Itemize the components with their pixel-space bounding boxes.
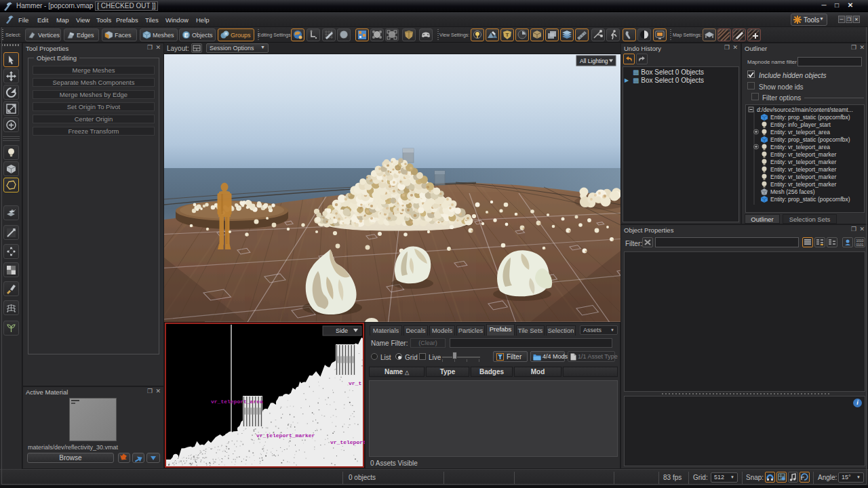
svg-text:Entity: vr_teleport_area: Entity: vr_teleport_area <box>770 144 830 150</box>
svg-text:Entity: vr_teleport_marker: Entity: vr_teleport_marker <box>770 166 836 173</box>
svg-text:Entity: info_player_start: Entity: info_player_start <box>770 121 831 128</box>
svg-text:All Lighting: All Lighting <box>580 58 608 64</box>
svg-text:Side: Side <box>336 327 348 334</box>
svg-text:Entity: vr_teleport_marker: Entity: vr_teleport_marker <box>770 159 836 165</box>
svg-text:Entity: vr_teleport_marker: Entity: vr_teleport_marker <box>770 174 836 180</box>
svg-text:vr_teleport: vr_teleport <box>330 439 365 445</box>
svg-text:Mesh (256 faces): Mesh (256 faces) <box>770 188 815 195</box>
svg-text:d:/dev/source2/main/content/st: d:/dev/source2/main/content/steamt... <box>757 106 853 113</box>
svg-text:Entity: prop_static (popcornfb: Entity: prop_static (popcornfbx) <box>770 114 850 121</box>
svg-text:Entity: vr_teleport_area: Entity: vr_teleport_area <box>770 129 830 136</box>
svg-text:vr_t: vr_t <box>349 380 361 386</box>
svg-text:vr_teleport_marker: vr_teleport_marker <box>256 432 315 439</box>
svg-text:Entity: prop_static (popcornfb: Entity: prop_static (popcornfbx) <box>770 136 850 143</box>
svg-text:Entity: vr_teleport_marker: Entity: vr_teleport_marker <box>770 181 836 188</box>
svg-text:vr_teleport_area: vr_teleport_area <box>211 399 263 405</box>
svg-text:Entity: prop_static (popcornfb: Entity: prop_static (popcornfbx) <box>770 196 850 203</box>
svg-text:E: E <box>184 32 189 39</box>
svg-text:T: T <box>506 32 509 38</box>
svg-text:Entity: vr_teleport_marker: Entity: vr_teleport_marker <box>770 151 836 158</box>
